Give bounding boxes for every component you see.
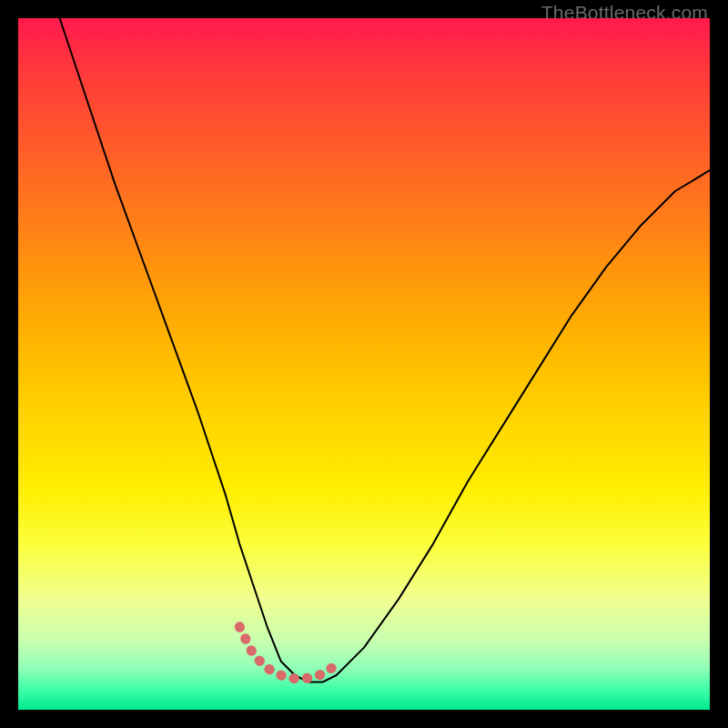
- optimal-zone-path: [239, 627, 336, 679]
- plot-area: [18, 18, 710, 710]
- chart-frame: TheBottleneck.com: [0, 0, 728, 728]
- bottleneck-curve-path: [60, 18, 710, 682]
- optimal-zone-curve: [239, 627, 336, 679]
- bottleneck-curve: [60, 18, 710, 682]
- chart-svg: [18, 18, 710, 710]
